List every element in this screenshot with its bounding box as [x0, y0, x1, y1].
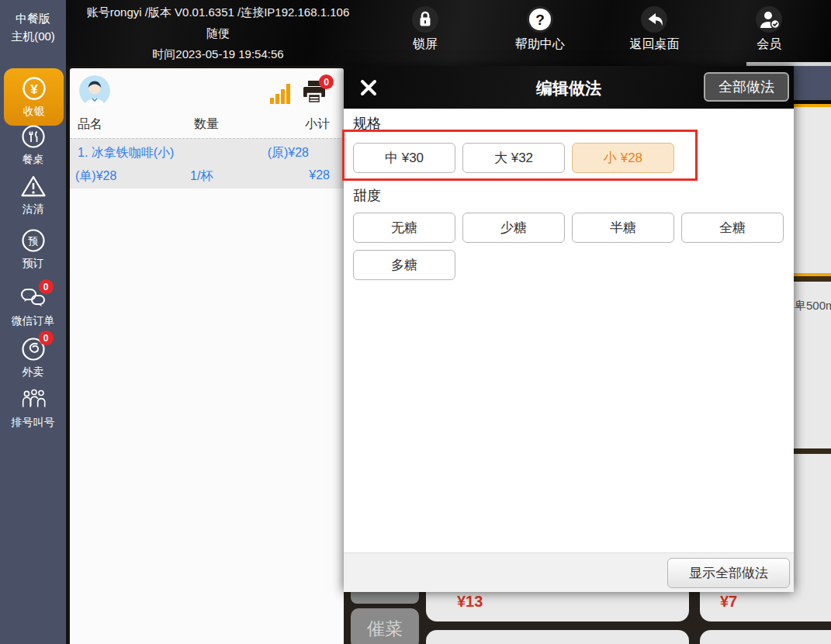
- member-icon: [756, 6, 782, 33]
- svg-text:¥: ¥: [30, 82, 38, 97]
- system-time: 时间2023-05-19 19:54:56: [66, 47, 370, 62]
- modal-footer: 显示全部做法: [344, 552, 794, 592]
- cashier-icon: ¥: [20, 74, 48, 102]
- lock-icon: [412, 6, 438, 33]
- modal-header: 编辑做法 全部做法: [344, 66, 794, 109]
- queue-people-icon: [19, 386, 47, 414]
- menu-item-price: ¥7: [720, 593, 737, 611]
- sidebar-item-soldout[interactable]: 沽清: [0, 172, 66, 216]
- printer-badge: 0: [319, 74, 334, 89]
- bg-category-block: [794, 66, 831, 100]
- option-sugar-full[interactable]: 全糖: [681, 213, 784, 243]
- order-panel: 0 品名 数量 小计 1. 冰拿铁咖啡(小) (原)¥28 (单)¥28 1/杯…: [70, 68, 344, 644]
- warning-triangle-icon: [19, 172, 47, 200]
- option-size-large[interactable]: 大 ¥32: [462, 143, 565, 173]
- option-sugar-half[interactable]: 半糖: [572, 213, 674, 243]
- option-sugar-extra[interactable]: 多糖: [353, 250, 455, 280]
- store-name: 随便: [66, 26, 370, 41]
- sidebar-item-queue[interactable]: 排号叫号: [0, 386, 66, 430]
- menu-item-price: ¥13: [457, 593, 483, 611]
- svg-text:?: ?: [535, 12, 545, 28]
- bg-menu-card[interactable]: [794, 107, 831, 273]
- item-quantity: 1/杯: [190, 168, 213, 185]
- help-icon: ?: [527, 6, 553, 33]
- wechat-orders-badge: 0: [39, 279, 54, 294]
- main-nav-sidebar: 中餐版 主机(00) ¥ 收银 餐桌: [0, 0, 66, 644]
- column-qty: 数量: [194, 116, 219, 133]
- topbar-actions: 锁屏 ? 帮助中心 返回桌面: [368, 6, 826, 61]
- column-subtotal: 小计: [305, 116, 330, 133]
- menu-item-card[interactable]: [700, 630, 831, 644]
- bg-divider: [794, 276, 831, 282]
- sales-chart-icon[interactable]: [270, 82, 293, 104]
- bg-menu-card[interactable]: 卑500m: [794, 282, 831, 448]
- dining-table-icon: [19, 123, 47, 151]
- section-label-spec: 规格: [353, 114, 794, 133]
- bg-menu-card[interactable]: [794, 454, 831, 592]
- return-desktop-button[interactable]: 返回桌面: [597, 6, 712, 61]
- order-item-row[interactable]: 1. 冰拿铁咖啡(小) (原)¥28 (单)¥28 1/杯 ¥28: [70, 138, 344, 189]
- rush-dish-button[interactable]: 催菜: [351, 608, 419, 644]
- takeout-icon: 0: [19, 335, 47, 363]
- wechat-chat-icon: 0: [19, 284, 47, 312]
- printer-icon[interactable]: 0: [300, 78, 329, 107]
- all-methods-button[interactable]: 全部做法: [704, 72, 789, 102]
- item-name: 1. 冰拿铁咖啡(小): [78, 145, 174, 161]
- spec-options: 中 ¥30 大 ¥32 小 ¥28: [353, 143, 792, 173]
- option-sugar-none[interactable]: 无糖: [353, 213, 455, 243]
- edit-method-modal: 编辑做法 全部做法 规格 中 ¥30 大 ¥32 小 ¥28 甜度 无糖 少糖 …: [344, 66, 794, 592]
- avatar[interactable]: [79, 75, 110, 106]
- menu-item-card[interactable]: [426, 630, 689, 644]
- item-original-price: (原)¥28: [268, 145, 309, 161]
- column-name: 品名: [78, 116, 102, 133]
- item-unit-price: (单)¥28: [75, 168, 116, 185]
- option-sugar-less[interactable]: 少糖: [462, 213, 565, 243]
- sidebar-item-takeout[interactable]: 0 外卖: [0, 335, 66, 379]
- order-columns-header: 品名 数量 小计: [70, 116, 344, 137]
- help-center-button[interactable]: ? 帮助中心: [483, 6, 597, 61]
- reservation-icon: 预: [19, 227, 47, 254]
- sidebar-item-reservation[interactable]: 预 预订: [0, 227, 66, 271]
- option-size-small-selected[interactable]: 小 ¥28: [572, 143, 674, 173]
- lock-screen-button[interactable]: 锁屏: [368, 6, 483, 61]
- item-subtotal: ¥28: [309, 168, 330, 182]
- host-label: 中餐版 主机(00): [0, 9, 66, 46]
- takeout-badge: 0: [39, 331, 54, 345]
- svg-text:预: 预: [27, 235, 38, 247]
- sweetness-options: 无糖 少糖 半糖 全糖 多糖: [353, 213, 792, 280]
- modal-body: 规格 中 ¥30 大 ¥32 小 ¥28 甜度 无糖 少糖 半糖 全糖 多糖: [344, 109, 794, 280]
- pos-screen: 卑500m 催菜 ¥13 ¥7 账号rongyi /版本 V0.01.6351 …: [0, 0, 831, 644]
- sidebar-item-cashier[interactable]: ¥ 收银: [4, 68, 64, 126]
- account-version-ip: 账号rongyi /版本 V0.01.6351 /连接IP192.168.1.1…: [66, 5, 370, 20]
- top-status-bar: 账号rongyi /版本 V0.01.6351 /连接IP192.168.1.1…: [0, 0, 831, 66]
- menu-card-partial-text: 卑500m: [795, 299, 831, 313]
- sidebar-item-wechat-orders[interactable]: 0 微信订单: [0, 284, 66, 328]
- sidebar-item-tables[interactable]: 餐桌: [0, 123, 66, 167]
- rush-dish-label: 催菜: [367, 617, 403, 641]
- member-button[interactable]: 会员: [712, 6, 826, 61]
- bg-divider: [794, 448, 831, 454]
- option-size-medium[interactable]: 中 ¥30: [353, 143, 455, 173]
- back-arrow-icon: [641, 6, 667, 33]
- section-label-sweetness: 甜度: [353, 186, 794, 205]
- show-all-methods-button[interactable]: 显示全部做法: [667, 558, 790, 588]
